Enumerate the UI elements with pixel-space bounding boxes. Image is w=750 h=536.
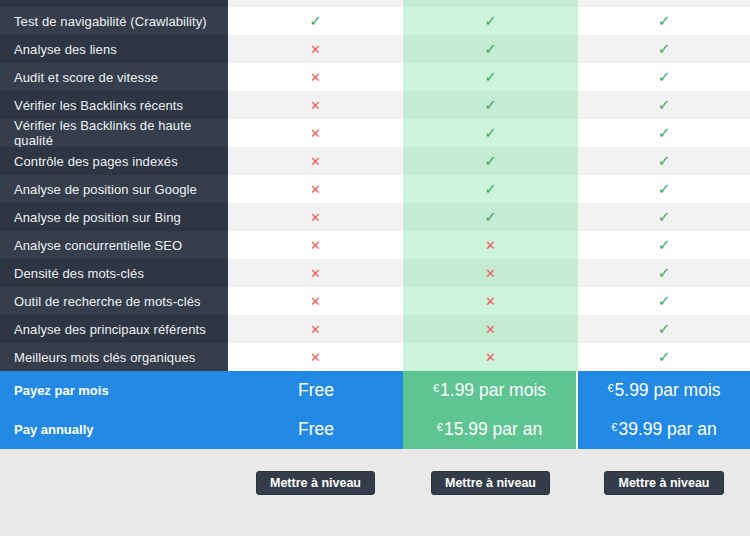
price-text: 15.99 par an xyxy=(444,419,542,440)
plan1-cell: ✕ xyxy=(228,259,403,287)
check-icon: ✓ xyxy=(658,238,671,253)
footer: Mettre à niveau Mettre à niveau Mettre à… xyxy=(0,449,750,536)
check-icon: ✓ xyxy=(484,42,497,57)
cross-icon: ✕ xyxy=(310,351,321,364)
plan3-cell: ✓ xyxy=(578,147,750,175)
plan3-cell: ✓ xyxy=(578,287,750,315)
cross-icon: ✕ xyxy=(485,351,496,364)
upgrade-button-plan3[interactable]: Mettre à niveau xyxy=(604,471,723,495)
cross-icon: ✕ xyxy=(310,127,321,140)
check-icon: ✓ xyxy=(658,42,671,57)
cross-icon: ✕ xyxy=(485,295,496,308)
plan3-cell: ✓ xyxy=(578,91,750,119)
pricing-comparison-table: Test de navigabilité (Crawlability) ✓ ✓ … xyxy=(0,0,750,536)
currency-symbol: € xyxy=(607,382,613,394)
plan2-cell: ✓ xyxy=(403,35,578,63)
upgrade-button-plan2[interactable]: Mettre à niveau xyxy=(431,471,550,495)
cross-icon: ✕ xyxy=(310,155,321,168)
cross-icon: ✕ xyxy=(310,295,321,308)
footer-spacer xyxy=(0,449,228,536)
plan1-cell: ✕ xyxy=(228,91,403,119)
check-icon: ✓ xyxy=(484,126,497,141)
table-row: Vérifier les Backlinks récents ✕ ✓ ✓ xyxy=(0,91,750,119)
check-icon: ✓ xyxy=(484,210,497,225)
check-icon: ✓ xyxy=(484,154,497,169)
check-icon: ✓ xyxy=(484,70,497,85)
check-icon: ✓ xyxy=(658,210,671,225)
cross-icon: ✕ xyxy=(310,267,321,280)
upgrade-button-plan1[interactable]: Mettre à niveau xyxy=(256,471,375,495)
plan3-cell: ✓ xyxy=(578,7,750,35)
plan2-cell: ✕ xyxy=(403,343,578,371)
plan2-cell: ✕ xyxy=(403,287,578,315)
cross-icon: ✕ xyxy=(310,99,321,112)
feature-label: Densité des mots-clés xyxy=(0,259,228,287)
plan2-cell: ✓ xyxy=(403,91,578,119)
check-icon: ✓ xyxy=(658,350,671,365)
plan3-cell: ✓ xyxy=(578,343,750,371)
plan3-cell: ✓ xyxy=(578,231,750,259)
feature-label: Meilleurs mots clés organiques xyxy=(0,343,228,371)
check-icon: ✓ xyxy=(658,126,671,141)
feature-label: Analyse concurrentielle SEO xyxy=(0,231,228,259)
pricing-row-annual: Pay annually Free €15.99 par an €39.99 p… xyxy=(0,410,750,449)
feature-label: Analyse des liens xyxy=(0,35,228,63)
plan1-cell: ✕ xyxy=(228,287,403,315)
feature-label: Vérifier les Backlinks de haute qualité xyxy=(0,119,228,147)
plan1-cell: ✕ xyxy=(228,343,403,371)
table-row: Outil de recherche de mots-clés ✕ ✕ ✓ xyxy=(0,287,750,315)
plan3-cell: ✓ xyxy=(578,63,750,91)
plan1-cell: ✕ xyxy=(228,175,403,203)
currency-symbol: € xyxy=(433,382,439,394)
plan2-annual-price: €15.99 par an xyxy=(403,410,578,449)
price-text: 39.99 par an xyxy=(618,419,716,440)
plan2-cell: ✕ xyxy=(403,259,578,287)
cross-icon: ✕ xyxy=(310,43,321,56)
currency-symbol: € xyxy=(437,421,443,433)
table-row: Test de navigabilité (Crawlability) ✓ ✓ … xyxy=(0,7,750,35)
check-icon: ✓ xyxy=(484,182,497,197)
feature-label: Test de navigabilité (Crawlability) xyxy=(0,7,228,35)
plan3-monthly-price: €5.99 par mois xyxy=(578,371,750,410)
table-row: Contrôle des pages indexés ✕ ✓ ✓ xyxy=(0,147,750,175)
table-row: Analyse de position sur Bing ✕ ✓ ✓ xyxy=(0,203,750,231)
check-icon: ✓ xyxy=(309,14,322,29)
plan2-cell: ✕ xyxy=(403,315,578,343)
feature-label: Analyse de position sur Google xyxy=(0,175,228,203)
cross-icon: ✕ xyxy=(485,323,496,336)
plan3-cell: ✓ xyxy=(578,175,750,203)
plan2-cell: ✓ xyxy=(403,63,578,91)
partial-row xyxy=(0,0,750,7)
plan1-monthly-price: Free xyxy=(228,371,403,410)
plan1-cell: ✕ xyxy=(228,203,403,231)
feature-label: Outil de recherche de mots-clés xyxy=(0,287,228,315)
check-icon: ✓ xyxy=(658,322,671,337)
table-row: Analyse des liens ✕ ✓ ✓ xyxy=(0,35,750,63)
feature-label: Contrôle des pages indexés xyxy=(0,147,228,175)
check-icon: ✓ xyxy=(658,266,671,281)
plan3-cell: ✓ xyxy=(578,119,750,147)
currency-symbol: € xyxy=(611,421,617,433)
plan3-cell: ✓ xyxy=(578,203,750,231)
check-icon: ✓ xyxy=(658,154,671,169)
plan2-cell: ✓ xyxy=(403,119,578,147)
plan1-cell: ✕ xyxy=(228,147,403,175)
cross-icon: ✕ xyxy=(310,183,321,196)
table-row: Analyse concurrentielle SEO ✕ ✕ ✓ xyxy=(0,231,750,259)
feature-label: Analyse de position sur Bing xyxy=(0,203,228,231)
table-row: Meilleurs mots clés organiques ✕ ✕ ✓ xyxy=(0,343,750,371)
table-row: Audit et score de vitesse ✕ ✓ ✓ xyxy=(0,63,750,91)
plan3-cell: ✓ xyxy=(578,259,750,287)
plan1-annual-price: Free xyxy=(228,410,403,449)
plan1-cell: ✕ xyxy=(228,315,403,343)
cross-icon: ✕ xyxy=(310,239,321,252)
price-text: 5.99 par mois xyxy=(615,380,721,401)
pricing-row-label: Pay annually xyxy=(0,410,228,449)
pricing-row-label: Payez par mois xyxy=(0,371,228,410)
plan1-cell: ✕ xyxy=(228,63,403,91)
plan2-cell: ✓ xyxy=(403,175,578,203)
plan3-annual-price: €39.99 par an xyxy=(578,410,750,449)
plan1-cell: ✕ xyxy=(228,231,403,259)
cross-icon: ✕ xyxy=(485,267,496,280)
price-text: Free xyxy=(298,419,334,440)
